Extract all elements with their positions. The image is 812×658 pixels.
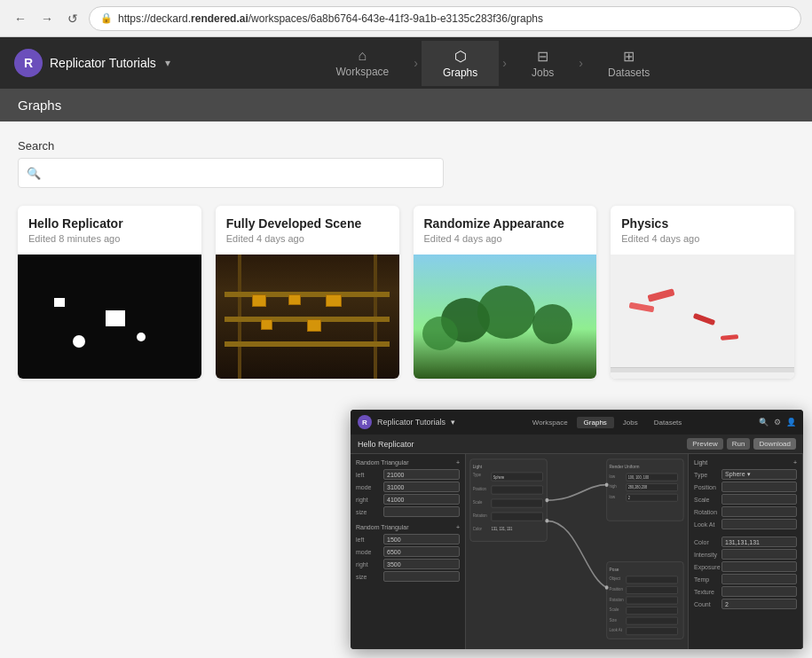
- overlay-label-size-1: size: [356, 509, 381, 515]
- svg-text:100, 100, 100: 100, 100, 100: [628, 474, 650, 479]
- search-input-wrapper: 🔍: [18, 158, 444, 188]
- svg-text:Position: Position: [610, 587, 624, 591]
- nav-graphs-label: Graphs: [443, 67, 477, 79]
- overlay-field-mode-1: mode 31000: [356, 482, 460, 492]
- datasets-icon: ⊞: [623, 48, 635, 65]
- card-hello-replicator[interactable]: Hello Replicator Edited 8 minutes ago: [18, 206, 201, 379]
- svg-point-40: [545, 519, 548, 523]
- tree-3: [532, 304, 572, 344]
- box-item-3: [326, 294, 342, 307]
- overlay-field-right-1: right 41000: [356, 494, 460, 505]
- overlay-section-title-1: Random Triangular +: [356, 459, 460, 466]
- overlay-rot-row: Rotation: [694, 506, 797, 517]
- card-title: Randomize Appearance: [424, 216, 587, 231]
- card-subtitle: Edited 8 minutes ago: [28, 233, 191, 244]
- overlay-count-label: Count: [694, 601, 719, 607]
- card-fully-developed-scene[interactable]: Fully Developed Scene Edited 4 days ago: [216, 206, 399, 379]
- lock-icon: 🔒: [100, 12, 113, 24]
- nav-chevron-3: ›: [575, 56, 587, 70]
- search-icon: 🔍: [27, 167, 41, 180]
- overlay-section-icon-2: +: [456, 524, 460, 530]
- overlay-color-label: Color: [694, 539, 719, 545]
- svg-rect-39: [627, 628, 678, 635]
- svg-text:280,280,208: 280,280,208: [628, 485, 648, 490]
- overlay-section-title-2: Random Triangular +: [356, 524, 460, 530]
- card-title: Hello Replicator: [28, 216, 191, 231]
- svg-text:low: low: [610, 494, 616, 498]
- overlay-light-title: Light +: [694, 459, 797, 466]
- overlay-texture-val: [721, 586, 797, 597]
- overlay-nav-datasets: Datasets: [647, 417, 690, 428]
- back-button[interactable]: ←: [11, 10, 30, 27]
- nav-item-datasets[interactable]: ⊞ Datasets: [587, 41, 671, 86]
- card-thumbnail-warehouse: [216, 255, 399, 379]
- overlay-rot-label: Rotation: [694, 509, 719, 515]
- overlay-val-left-2: 1500: [383, 534, 460, 544]
- nav-item-jobs[interactable]: ⊟ Jobs: [510, 41, 575, 86]
- overlay-scale-val: [721, 494, 797, 505]
- overlay-section-random-triangular-2: Random Triangular + left 1500 mode 6500: [356, 524, 460, 582]
- overlay-run-button[interactable]: Run: [727, 438, 751, 450]
- overlay-color-row: Color 131,131,131: [694, 537, 797, 547]
- overlay-label-left-1: left: [356, 472, 381, 478]
- overlay-intensity-row: Intensity: [694, 549, 797, 560]
- svg-rect-6: [492, 486, 543, 494]
- card-thumbnail-garden: [414, 255, 597, 379]
- reload-button[interactable]: ↺: [64, 10, 82, 27]
- home-icon: ⌂: [359, 48, 367, 64]
- overlay-nav-workspace: Workspace: [525, 417, 575, 428]
- app-container: R Replicator Tutorials ▾ ⌂ Workspace › ⬡…: [0, 37, 812, 658]
- overlay-lookat-label: Look At: [694, 521, 719, 528]
- overlay-nav-graphs: Graphs: [577, 417, 614, 428]
- svg-rect-8: [492, 499, 543, 507]
- overlay-section-icon-1: +: [456, 459, 460, 466]
- overlay-rot-val: [721, 506, 797, 517]
- overlay-subbar: Hello Replicator Preview Run Download: [351, 435, 803, 454]
- nav-item-graphs[interactable]: ⬡ Graphs: [422, 41, 499, 86]
- graphs-icon: ⬡: [454, 48, 467, 65]
- overlay-label-mode-1: mode: [356, 484, 381, 490]
- search-input[interactable]: [18, 158, 444, 188]
- card-title: Physics: [621, 216, 784, 231]
- address-text: https://deckard.rendered.ai/workspaces/6…: [118, 12, 543, 25]
- overlay-val-size-2: [383, 571, 460, 582]
- overlay-lookat-row: Look At: [694, 519, 797, 529]
- svg-rect-22: [627, 494, 678, 501]
- svg-rect-10: [492, 513, 543, 521]
- svg-rect-29: [627, 576, 678, 584]
- address-bar[interactable]: 🔒 https://deckard.rendered.ai/workspaces…: [89, 6, 801, 31]
- overlay-color-section: Color 131,131,131 Intensity Exposure: [694, 537, 797, 609]
- overlay-download-button[interactable]: Download: [753, 438, 796, 450]
- ground-plane: [611, 367, 794, 372]
- overlay-field-right-2: right 3500: [356, 559, 460, 569]
- brand[interactable]: R Replicator Tutorials ▾: [14, 49, 170, 77]
- overlay-scale-row: Scale: [694, 494, 797, 505]
- overlay-nav-jobs: Jobs: [616, 417, 645, 428]
- card-physics[interactable]: Physics Edited 4 days ago: [611, 206, 794, 379]
- nav-jobs-label: Jobs: [532, 67, 554, 79]
- overlay-label-mode-2: mode: [356, 549, 381, 555]
- box-item-2: [288, 294, 301, 305]
- overlay-field-size-1: size: [356, 506, 460, 517]
- overlay-graph-svg: Light Type Sphere Position Scale Rotatio…: [466, 454, 688, 649]
- svg-text:Render Uniform: Render Uniform: [610, 464, 640, 470]
- card-randomize-appearance[interactable]: Randomize Appearance Edited 4 days ago: [414, 206, 597, 379]
- svg-text:Type: Type: [473, 473, 482, 477]
- overlay-left-panel: Random Triangular + left 21000 mode 3100…: [351, 454, 466, 649]
- overlay-preview-button[interactable]: Preview: [687, 438, 722, 450]
- overlay-texture-row: Texture: [694, 586, 797, 597]
- overlay-pos-row: Position: [694, 482, 797, 492]
- brand-name: Replicator Tutorials: [50, 56, 156, 70]
- nav-item-workspace[interactable]: ⌂ Workspace: [314, 41, 410, 85]
- phys-obj-1: [647, 288, 674, 302]
- cards-grid: Hello Replicator Edited 8 minutes ago Fu…: [18, 206, 794, 379]
- overlay-light-section: Light + Type Sphere ▾ Position Scale: [694, 459, 797, 529]
- overlay-field-mode-2: mode 6500: [356, 546, 460, 557]
- forward-button[interactable]: →: [37, 10, 57, 27]
- box-item-4: [261, 319, 272, 330]
- overlay-graph-title: Hello Replicator: [358, 440, 414, 449]
- svg-text:Look At: Look At: [610, 628, 623, 632]
- card-thumbnail-dark: [18, 255, 201, 379]
- card-info: Randomize Appearance Edited 4 days ago: [414, 206, 597, 255]
- card-subtitle: Edited 4 days ago: [621, 233, 784, 244]
